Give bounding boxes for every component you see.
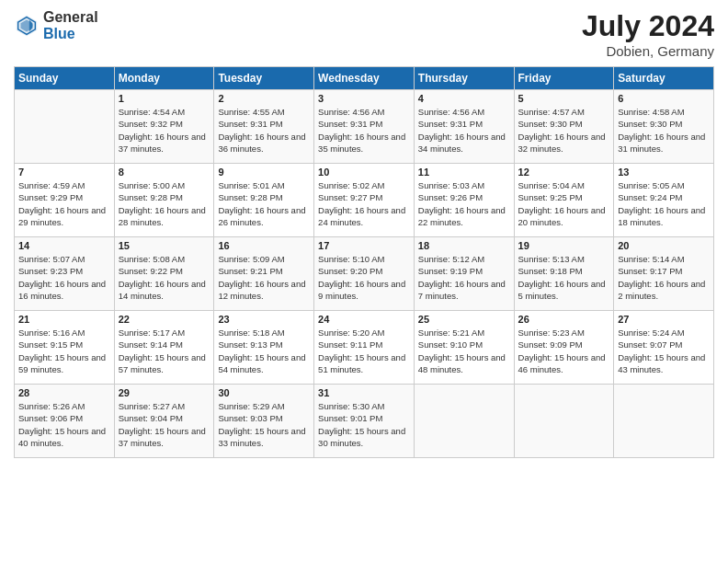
day-cell-6: 6Sunrise: 4:58 AM Sunset: 9:30 PM Daylig…	[614, 90, 714, 164]
day-cell-13: 13Sunrise: 5:05 AM Sunset: 9:24 PM Dayli…	[614, 164, 714, 237]
day-info-28: Sunrise: 5:26 AM Sunset: 9:06 PM Dayligh…	[18, 400, 110, 449]
day-number-20: 20	[618, 240, 710, 251]
day-number-22: 22	[119, 314, 210, 325]
header-thursday: Thursday	[414, 67, 514, 90]
day-cell-22: 22Sunrise: 5:17 AM Sunset: 9:14 PM Dayli…	[114, 311, 214, 385]
day-info-7: Sunrise: 4:59 AM Sunset: 9:29 PM Dayligh…	[18, 179, 110, 228]
day-info-29: Sunrise: 5:27 AM Sunset: 9:04 PM Dayligh…	[119, 400, 210, 449]
header-monday: Monday	[114, 67, 214, 90]
day-cell-14: 14Sunrise: 5:07 AM Sunset: 9:23 PM Dayli…	[15, 237, 115, 311]
day-number-12: 12	[518, 167, 610, 178]
day-cell-7: 7Sunrise: 4:59 AM Sunset: 9:29 PM Daylig…	[15, 164, 115, 237]
day-cell-0	[15, 90, 115, 164]
day-info-19: Sunrise: 5:13 AM Sunset: 9:18 PM Dayligh…	[518, 253, 610, 302]
day-cell-5: 5Sunrise: 4:57 AM Sunset: 9:30 PM Daylig…	[514, 90, 614, 164]
header-wednesday: Wednesday	[314, 67, 415, 90]
day-number-11: 11	[418, 167, 510, 178]
week-row-3: 14Sunrise: 5:07 AM Sunset: 9:23 PM Dayli…	[15, 237, 714, 311]
calendar-container: General Blue July 2024 Dobien, Germany S…	[0, 0, 728, 467]
day-number-4: 4	[418, 93, 510, 104]
logo-text: General Blue	[43, 9, 98, 41]
header-saturday: Saturday	[614, 67, 714, 90]
day-number-21: 21	[18, 314, 110, 325]
day-number-24: 24	[318, 314, 410, 325]
day-number-19: 19	[518, 240, 610, 251]
day-number-31: 31	[318, 387, 410, 398]
day-number-8: 8	[119, 167, 210, 178]
day-info-14: Sunrise: 5:07 AM Sunset: 9:23 PM Dayligh…	[18, 253, 110, 302]
day-cell-32	[414, 385, 514, 458]
day-info-30: Sunrise: 5:29 AM Sunset: 9:03 PM Dayligh…	[218, 400, 310, 449]
day-info-11: Sunrise: 5:03 AM Sunset: 9:26 PM Dayligh…	[418, 179, 510, 228]
header-row: General Blue July 2024 Dobien, Germany	[14, 9, 714, 59]
day-info-23: Sunrise: 5:18 AM Sunset: 9:13 PM Dayligh…	[218, 327, 310, 375]
day-info-12: Sunrise: 5:04 AM Sunset: 9:25 PM Dayligh…	[518, 179, 610, 228]
day-info-15: Sunrise: 5:08 AM Sunset: 9:22 PM Dayligh…	[119, 253, 210, 302]
day-cell-19: 19Sunrise: 5:13 AM Sunset: 9:18 PM Dayli…	[514, 237, 614, 311]
day-cell-30: 30Sunrise: 5:29 AM Sunset: 9:03 PM Dayli…	[214, 385, 314, 458]
day-info-27: Sunrise: 5:24 AM Sunset: 9:07 PM Dayligh…	[618, 327, 710, 375]
day-number-2: 2	[218, 93, 310, 104]
day-cell-27: 27Sunrise: 5:24 AM Sunset: 9:07 PM Dayli…	[614, 311, 714, 385]
week-row-4: 21Sunrise: 5:16 AM Sunset: 9:15 PM Dayli…	[15, 311, 714, 385]
day-number-9: 9	[218, 167, 310, 178]
day-number-30: 30	[218, 387, 310, 398]
day-cell-2: 2Sunrise: 4:55 AM Sunset: 9:31 PM Daylig…	[214, 90, 314, 164]
day-number-6: 6	[618, 93, 710, 104]
day-info-6: Sunrise: 4:58 AM Sunset: 9:30 PM Dayligh…	[618, 106, 710, 155]
day-cell-16: 16Sunrise: 5:09 AM Sunset: 9:21 PM Dayli…	[214, 237, 314, 311]
week-row-1: 1Sunrise: 4:54 AM Sunset: 9:32 PM Daylig…	[15, 90, 714, 164]
day-number-18: 18	[418, 240, 510, 251]
header-sunday: Sunday	[15, 67, 115, 90]
day-number-5: 5	[518, 93, 610, 104]
day-number-29: 29	[119, 387, 210, 398]
week-row-5: 28Sunrise: 5:26 AM Sunset: 9:06 PM Dayli…	[15, 385, 714, 458]
header-tuesday: Tuesday	[214, 67, 314, 90]
day-cell-10: 10Sunrise: 5:02 AM Sunset: 9:27 PM Dayli…	[314, 164, 415, 237]
day-cell-17: 17Sunrise: 5:10 AM Sunset: 9:20 PM Dayli…	[314, 237, 415, 311]
weekday-header-row: Sunday Monday Tuesday Wednesday Thursday…	[15, 67, 714, 90]
week-row-2: 7Sunrise: 4:59 AM Sunset: 9:29 PM Daylig…	[15, 164, 714, 237]
day-info-1: Sunrise: 4:54 AM Sunset: 9:32 PM Dayligh…	[119, 106, 210, 155]
logo-icon	[14, 13, 40, 39]
day-cell-4: 4Sunrise: 4:56 AM Sunset: 9:31 PM Daylig…	[414, 90, 514, 164]
day-cell-29: 29Sunrise: 5:27 AM Sunset: 9:04 PM Dayli…	[114, 385, 214, 458]
day-cell-18: 18Sunrise: 5:12 AM Sunset: 9:19 PM Dayli…	[414, 237, 514, 311]
day-info-25: Sunrise: 5:21 AM Sunset: 9:10 PM Dayligh…	[418, 327, 510, 375]
day-info-21: Sunrise: 5:16 AM Sunset: 9:15 PM Dayligh…	[18, 327, 110, 375]
day-cell-3: 3Sunrise: 4:56 AM Sunset: 9:31 PM Daylig…	[314, 90, 415, 164]
day-info-9: Sunrise: 5:01 AM Sunset: 9:28 PM Dayligh…	[218, 179, 310, 228]
day-info-31: Sunrise: 5:30 AM Sunset: 9:01 PM Dayligh…	[318, 400, 410, 449]
day-number-15: 15	[119, 240, 210, 251]
day-info-16: Sunrise: 5:09 AM Sunset: 9:21 PM Dayligh…	[218, 253, 310, 302]
day-number-7: 7	[18, 167, 110, 178]
day-number-26: 26	[518, 314, 610, 325]
day-info-2: Sunrise: 4:55 AM Sunset: 9:31 PM Dayligh…	[218, 106, 310, 155]
day-number-16: 16	[218, 240, 310, 251]
day-number-23: 23	[218, 314, 310, 325]
day-info-22: Sunrise: 5:17 AM Sunset: 9:14 PM Dayligh…	[119, 327, 210, 375]
day-cell-21: 21Sunrise: 5:16 AM Sunset: 9:15 PM Dayli…	[15, 311, 115, 385]
day-number-17: 17	[318, 240, 410, 251]
day-info-8: Sunrise: 5:00 AM Sunset: 9:28 PM Dayligh…	[119, 179, 210, 228]
day-info-5: Sunrise: 4:57 AM Sunset: 9:30 PM Dayligh…	[518, 106, 610, 155]
day-cell-9: 9Sunrise: 5:01 AM Sunset: 9:28 PM Daylig…	[214, 164, 314, 237]
day-info-4: Sunrise: 4:56 AM Sunset: 9:31 PM Dayligh…	[418, 106, 510, 155]
day-info-24: Sunrise: 5:20 AM Sunset: 9:11 PM Dayligh…	[318, 327, 410, 375]
day-info-17: Sunrise: 5:10 AM Sunset: 9:20 PM Dayligh…	[318, 253, 410, 302]
day-cell-24: 24Sunrise: 5:20 AM Sunset: 9:11 PM Dayli…	[314, 311, 415, 385]
day-number-27: 27	[618, 314, 710, 325]
logo: General Blue	[14, 9, 98, 41]
day-number-1: 1	[119, 93, 210, 104]
day-cell-8: 8Sunrise: 5:00 AM Sunset: 9:28 PM Daylig…	[114, 164, 214, 237]
day-number-14: 14	[18, 240, 110, 251]
calendar-table: Sunday Monday Tuesday Wednesday Thursday…	[14, 66, 714, 458]
day-info-3: Sunrise: 4:56 AM Sunset: 9:31 PM Dayligh…	[318, 106, 410, 155]
day-number-13: 13	[618, 167, 710, 178]
day-cell-11: 11Sunrise: 5:03 AM Sunset: 9:26 PM Dayli…	[414, 164, 514, 237]
day-number-3: 3	[318, 93, 410, 104]
day-cell-12: 12Sunrise: 5:04 AM Sunset: 9:25 PM Dayli…	[514, 164, 614, 237]
day-cell-26: 26Sunrise: 5:23 AM Sunset: 9:09 PM Dayli…	[514, 311, 614, 385]
day-info-26: Sunrise: 5:23 AM Sunset: 9:09 PM Dayligh…	[518, 327, 610, 375]
day-info-20: Sunrise: 5:14 AM Sunset: 9:17 PM Dayligh…	[618, 253, 710, 302]
